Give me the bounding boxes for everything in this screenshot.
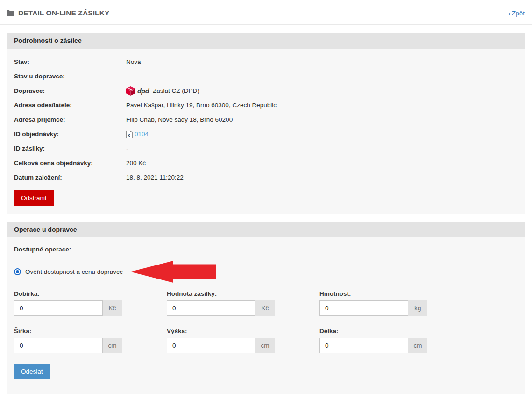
order-link[interactable]: 0104 <box>135 131 149 138</box>
unit-addon: cm <box>103 338 122 353</box>
folder-icon <box>7 10 14 16</box>
shipment-value-input-group: Kč <box>167 300 275 316</box>
row-shipment-id: ID zásilky: - <box>14 141 518 156</box>
row-created-date: Datum založení: 18. 8. 2021 11:20:22 <box>14 170 518 185</box>
width-input-group: cm <box>14 338 122 353</box>
row-carrier-status: Stav u dopravce: - <box>14 69 518 84</box>
row-label: Celková cena objednávky: <box>14 160 126 167</box>
page-title: DETAIL ON-LINE ZÁSILKY <box>18 9 109 17</box>
back-link-label: Zpět <box>512 10 525 17</box>
row-order-total: Celková cena objednávky: 200 Kč <box>14 156 518 170</box>
row-label: Dopravce: <box>14 87 126 94</box>
unit-addon: cm <box>255 338 275 353</box>
row-sender-address: Adresa odesílatele: Pavel Kašpar, Hlinky… <box>14 98 518 112</box>
row-label: Adresa příjemce: <box>14 116 126 123</box>
field-label: Hmotnost: <box>319 290 427 297</box>
row-value: Pavel Kašpar, Hlinky 19, Brno 60300, Cze… <box>126 102 277 109</box>
cod-input[interactable] <box>14 300 103 316</box>
field-shipment-value: Hodnota zásilky: Kč <box>167 290 275 316</box>
delete-button[interactable]: Odstranit <box>14 190 54 206</box>
radio-verify-availability[interactable] <box>14 268 21 275</box>
weight-input[interactable] <box>319 300 408 316</box>
field-label: Výška: <box>167 327 275 334</box>
field-label: Šířka: <box>14 327 122 334</box>
height-input[interactable] <box>167 338 255 353</box>
available-operations-label: Dostupné operace: <box>14 246 518 253</box>
back-link[interactable]: ‹ Zpět <box>508 10 525 17</box>
shipment-panel-title: Podrobnosti o zásilce <box>7 33 525 49</box>
shipment-panel-body: Stav: Nová Stav u dopravce: - Dopravce: … <box>7 49 525 214</box>
red-arrow-left-annotation <box>130 261 216 283</box>
unit-addon: cm <box>408 338 427 353</box>
radio-selected-dot <box>16 270 19 273</box>
width-input[interactable] <box>14 338 103 353</box>
row-label: Datum založení: <box>14 174 126 181</box>
shipment-parameters-grid: Dobírka: Kč Hodnota zásilky: Kč Hmotnost… <box>14 290 518 353</box>
row-label: Adresa odesílatele: <box>14 102 126 109</box>
height-input-group: cm <box>167 338 275 353</box>
field-width: Šířka: cm <box>14 327 122 353</box>
field-label: Hodnota zásilky: <box>167 290 275 297</box>
dpd-logo-text: dpd <box>137 87 149 95</box>
row-value: - <box>126 73 128 80</box>
row-status: Stav: Nová <box>14 55 518 69</box>
row-value: - <box>126 145 128 152</box>
row-carrier: Dopravce: dpd Zaslat CZ (DPD) <box>14 84 518 98</box>
row-label: ID objednávky: <box>14 131 126 138</box>
page-header: DETAIL ON-LINE ZÁSILKY ‹ Zpět <box>0 0 532 25</box>
operations-panel-body: Dostupné operace: Ověřit dostupnost a ce… <box>7 237 525 394</box>
field-weight: Hmotnost: kg <box>319 290 427 316</box>
row-label: Stav: <box>14 58 126 65</box>
svg-text:x: x <box>128 132 130 137</box>
excel-file-icon: x <box>126 131 133 138</box>
radio-option-label[interactable]: Ověřit dostupnost a cenu dopravce <box>25 268 123 275</box>
field-label: Délka: <box>319 327 427 334</box>
field-label: Dobírka: <box>14 290 122 297</box>
row-order-id: ID objednávky: x 0104 <box>14 127 518 141</box>
field-length: Délka: cm <box>319 327 427 353</box>
row-value: 18. 8. 2021 11:20:22 <box>126 174 184 181</box>
cod-input-group: Kč <box>14 300 122 316</box>
length-input-group: cm <box>319 338 427 353</box>
dpd-cube-icon <box>126 86 135 96</box>
row-label: Stav u dopravce: <box>14 73 126 80</box>
shipment-details-panel: Podrobnosti o zásilce Stav: Nová Stav u … <box>7 33 525 214</box>
weight-input-group: kg <box>319 300 427 316</box>
page-title-wrap: DETAIL ON-LINE ZÁSILKY <box>7 9 109 17</box>
carrier-value: dpd Zaslat CZ (DPD) <box>126 86 199 96</box>
carrier-name: Zaslat CZ (DPD) <box>153 87 199 94</box>
chevron-left-icon: ‹ <box>508 10 511 17</box>
length-input[interactable] <box>319 338 408 353</box>
unit-addon: kg <box>408 300 427 316</box>
shipment-value-input[interactable] <box>167 300 255 316</box>
submit-button[interactable]: Odeslat <box>14 364 50 379</box>
order-id-value: x 0104 <box>126 131 149 138</box>
row-value: Nová <box>126 58 141 65</box>
operations-panel-title: Operace u dopravce <box>7 222 525 237</box>
field-height: Výška: cm <box>167 327 275 353</box>
row-value: 200 Kč <box>126 160 146 167</box>
currency-addon: Kč <box>103 300 122 316</box>
carrier-operations-panel: Operace u dopravce Dostupné operace: Ově… <box>7 222 525 394</box>
field-cod: Dobírka: Kč <box>14 290 122 316</box>
operation-option-row: Ověřit dostupnost a cenu dopravce <box>14 261 518 283</box>
currency-addon: Kč <box>255 300 275 316</box>
row-recipient-address: Adresa příjemce: Filip Chab, Nové sady 1… <box>14 112 518 127</box>
row-label: ID zásilky: <box>14 145 126 152</box>
row-value: Filip Chab, Nové sady 18, Brno 60200 <box>126 116 233 123</box>
